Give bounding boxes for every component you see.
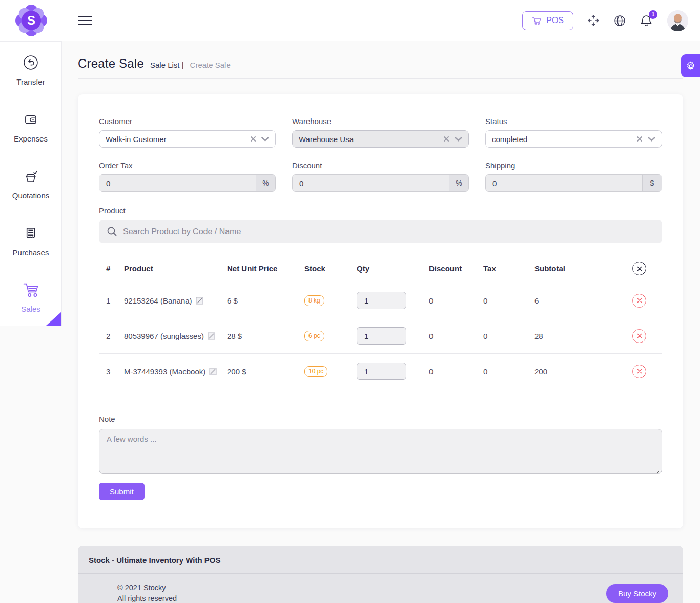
sidebar-item-label: Expenses	[14, 134, 48, 143]
edit-icon[interactable]	[196, 297, 203, 305]
chevron-down-icon[interactable]	[455, 137, 462, 142]
footer: Stock - Ultimate Inventory With POS © 20…	[78, 546, 683, 603]
row-tax: 0	[483, 367, 534, 376]
col-header-tax: Tax	[483, 264, 534, 273]
customer-value: Walk-in Customer	[106, 135, 250, 144]
page-title: Create Sale	[78, 56, 144, 71]
shipping-label: Shipping	[485, 161, 662, 170]
row-tax: 0	[483, 296, 534, 305]
footer-copyright: © 2021 Stocky	[117, 582, 177, 593]
buy-stocky-button[interactable]: Buy Stocky	[606, 584, 668, 603]
cart-icon	[532, 16, 542, 25]
warehouse-select[interactable]: Warehouse Usa	[292, 130, 469, 148]
footer-title: Stock - Ultimate Inventory With POS	[78, 546, 683, 565]
col-header-discount: Discount	[429, 264, 483, 273]
col-header-subtotal: Subtotal	[534, 264, 625, 273]
status-select[interactable]: completed	[485, 130, 662, 148]
sidebar-item-label: Purchases	[13, 248, 49, 257]
product-label: Product	[99, 206, 662, 215]
col-header-product: Product	[124, 264, 227, 273]
stock-badge: 8 kg	[304, 295, 324, 306]
footer-rights: All rights reserved	[117, 593, 177, 603]
product-name: 80539967 (sunglasses)	[124, 332, 204, 340]
create-sale-card: Customer Walk-in Customer Warehouse Ware…	[78, 94, 683, 528]
pos-button[interactable]: POS	[522, 11, 573, 30]
note-label: Note	[99, 415, 662, 424]
gear-icon	[685, 61, 696, 72]
warehouse-label: Warehouse	[292, 117, 469, 126]
menu-icon[interactable]	[78, 13, 92, 28]
stock-badge: 10 pc	[304, 366, 327, 377]
customer-select[interactable]: Walk-in Customer	[99, 130, 276, 148]
row-subtotal: 28	[534, 332, 625, 340]
unit-price: 6 $	[227, 296, 304, 305]
shipping-suffix: $	[642, 175, 662, 191]
remove-row-button[interactable]	[632, 365, 646, 378]
clear-icon[interactable]	[443, 136, 449, 142]
discount-input[interactable]	[293, 175, 449, 191]
clear-all-button[interactable]	[632, 262, 646, 275]
row-subtotal: 200	[534, 367, 625, 376]
col-header-price: Net Unit Price	[227, 264, 304, 273]
qty-input[interactable]	[357, 327, 406, 345]
product-search[interactable]	[99, 220, 662, 243]
logo[interactable]: S	[0, 5, 62, 36]
user-avatar[interactable]	[667, 10, 688, 31]
shipping-input[interactable]	[486, 175, 642, 191]
remove-row-button[interactable]	[632, 294, 646, 308]
qty-input[interactable]	[357, 363, 406, 380]
row-tax: 0	[483, 332, 534, 340]
order-tax-suffix: %	[256, 175, 275, 191]
chevron-down-icon[interactable]	[648, 137, 655, 142]
status-value: completed	[492, 135, 636, 144]
sidebar-item-purchases[interactable]: Purchases	[0, 212, 61, 269]
col-header-stock: Stock	[304, 264, 357, 273]
sidebar-item-transfer[interactable]: Transfer	[0, 42, 61, 98]
pos-button-label: POS	[546, 16, 564, 25]
notifications-button[interactable]: 1	[640, 14, 653, 28]
sidebar-item-quotations[interactable]: Quotations	[0, 155, 61, 212]
unit-price: 200 $	[227, 367, 304, 376]
active-corner-marker	[46, 312, 61, 326]
sidebar-item-sales[interactable]: Sales	[0, 269, 61, 326]
main-content: Create Sale Sale List | Create Sale Cust…	[62, 41, 700, 603]
discount-suffix: %	[449, 175, 468, 191]
customer-label: Customer	[99, 117, 276, 126]
warehouse-value: Warehouse Usa	[299, 135, 443, 144]
row-num: 2	[99, 332, 124, 340]
col-header-qty: Qty	[357, 264, 429, 273]
order-tax-input[interactable]	[99, 175, 256, 191]
clear-icon[interactable]	[636, 136, 643, 142]
row-num: 1	[99, 296, 124, 305]
product-search-input[interactable]	[123, 227, 654, 236]
sidebar-item-expenses[interactable]: Expenses	[0, 98, 61, 155]
note-textarea[interactable]	[99, 429, 662, 474]
basket-check-icon	[22, 167, 40, 186]
cart-icon	[21, 282, 40, 299]
sidebar-item-label: Transfer	[16, 77, 45, 86]
row-discount: 0	[429, 332, 483, 340]
search-icon	[107, 226, 117, 237]
stocky-logo-icon: S	[15, 5, 47, 36]
stock-badge: 6 pc	[304, 331, 324, 341]
clear-icon[interactable]	[250, 136, 256, 142]
title-divider	[78, 78, 683, 79]
receipt-icon	[22, 224, 40, 243]
sidebar-item-label: Quotations	[12, 191, 50, 200]
edit-icon[interactable]	[209, 368, 217, 375]
settings-fab-button[interactable]	[681, 54, 700, 77]
chevron-down-icon[interactable]	[261, 137, 269, 142]
sidebar: Transfer Expenses Quotations	[0, 41, 62, 326]
edit-icon[interactable]	[208, 332, 215, 340]
sidebar-item-label: Sales	[21, 305, 40, 313]
submit-button[interactable]: Submit	[99, 483, 145, 500]
breadcrumb-sale-list[interactable]: Sale List |	[150, 61, 184, 69]
qty-input[interactable]	[357, 292, 406, 309]
table-row: 2 80539967 (sunglasses) 28 $ 6 pc 0 0 28	[99, 318, 662, 354]
remove-row-button[interactable]	[632, 329, 646, 343]
breadcrumb-create-sale: Create Sale	[190, 61, 231, 69]
globe-icon[interactable]	[613, 14, 626, 27]
app-root: S POS	[0, 0, 700, 603]
fullscreen-icon[interactable]	[587, 14, 600, 27]
product-name: 92153264 (Banana)	[124, 296, 192, 305]
